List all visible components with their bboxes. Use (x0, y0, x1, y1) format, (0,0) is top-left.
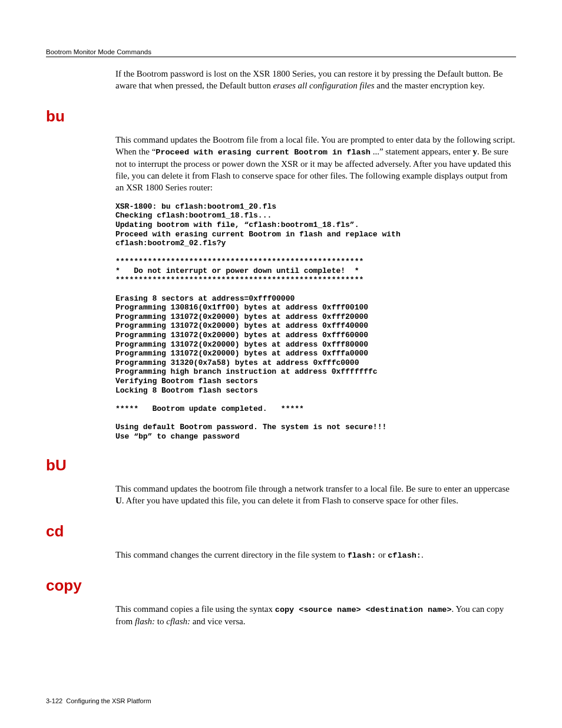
text: and vice versa. (190, 617, 245, 626)
text-bold: y (473, 147, 478, 156)
bu-paragraph: This command updates the Bootrom file fr… (115, 134, 516, 194)
text-bold: U (115, 496, 122, 505)
text: . After you have updated this file, you … (122, 496, 458, 505)
copy-paragraph: This command copies a file using the syn… (115, 603, 516, 627)
footer-title: Configuring the XSR Platform (66, 697, 151, 704)
text: ...” statement appears, enter (371, 147, 473, 156)
section-heading-bu: bu (46, 107, 516, 126)
text: . (421, 550, 424, 559)
text-italic: erases all configuration files (273, 81, 374, 90)
text: to (155, 617, 166, 626)
text: This command changes the current directo… (115, 550, 348, 559)
inline-code: Proceed with erasing current Bootrom in … (156, 148, 371, 157)
inline-code: cflash: (388, 551, 421, 560)
intro-paragraph: If the Bootrom password is lost on the X… (115, 68, 516, 92)
section-heading-cd: cd (46, 522, 516, 541)
bu-code-block: XSR-1800: bu cflash:bootrom1_20.fls Chec… (115, 202, 516, 441)
text: and the master encryption key. (375, 81, 485, 90)
page-footer: 3-122 Configuring the XSR Platform (46, 697, 151, 704)
text: This command updates the bootrom file th… (115, 484, 510, 493)
text-italic: flash: (135, 617, 155, 626)
page: Bootrom Monitor Mode Commands If the Boo… (0, 0, 562, 728)
section-heading-bU: bU (46, 456, 516, 475)
text: or (376, 550, 388, 559)
inline-code: copy <source name> <destination name> (275, 605, 452, 614)
text-italic: cflash: (166, 617, 190, 626)
running-head: Bootrom Monitor Mode Commands (46, 48, 516, 57)
page-number: 3-122 (46, 697, 62, 704)
inline-code: flash: (348, 551, 376, 560)
text: This command copies a file using the syn… (115, 604, 275, 614)
section-heading-copy: copy (46, 577, 516, 595)
cd-paragraph: This command changes the current directo… (115, 549, 516, 561)
bU-paragraph: This command updates the bootrom file th… (115, 483, 516, 507)
